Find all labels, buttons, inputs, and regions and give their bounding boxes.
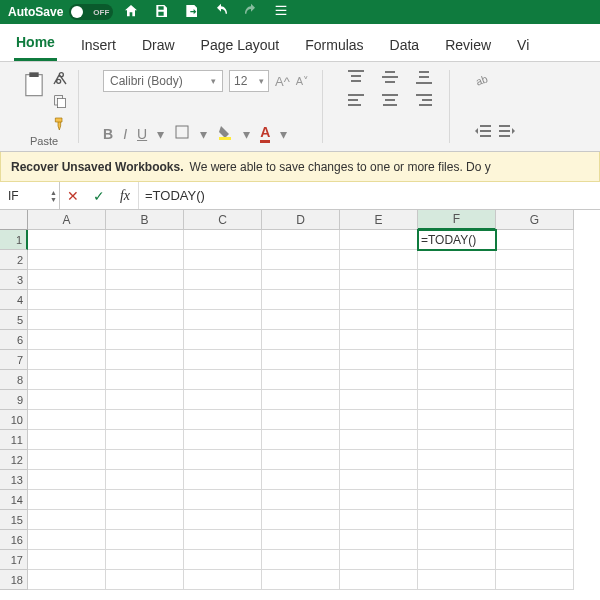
- cell-C8[interactable]: [184, 370, 262, 390]
- cell-G8[interactable]: [496, 370, 574, 390]
- row-header-12[interactable]: 12: [0, 450, 28, 470]
- cell-E4[interactable]: [340, 290, 418, 310]
- cell-C6[interactable]: [184, 330, 262, 350]
- cell-A12[interactable]: [28, 450, 106, 470]
- cell-F1[interactable]: =TODAY(): [418, 230, 496, 250]
- tab-page-layout[interactable]: Page Layout: [199, 37, 282, 61]
- customize-icon[interactable]: [273, 3, 289, 22]
- col-header-A[interactable]: A: [28, 210, 106, 230]
- cell-D1[interactable]: [262, 230, 340, 250]
- cell-C10[interactable]: [184, 410, 262, 430]
- cell-D8[interactable]: [262, 370, 340, 390]
- tab-vi[interactable]: Vi: [515, 37, 531, 61]
- row-header-8[interactable]: 8: [0, 370, 28, 390]
- col-header-E[interactable]: E: [340, 210, 418, 230]
- cell-E3[interactable]: [340, 270, 418, 290]
- cell-G6[interactable]: [496, 330, 574, 350]
- cell-C14[interactable]: [184, 490, 262, 510]
- cell-F5[interactable]: [418, 310, 496, 330]
- cell-G5[interactable]: [496, 310, 574, 330]
- autosave-toggle[interactable]: OFF: [69, 4, 113, 20]
- cell-B15[interactable]: [106, 510, 184, 530]
- cell-A14[interactable]: [28, 490, 106, 510]
- cell-B8[interactable]: [106, 370, 184, 390]
- cell-B4[interactable]: [106, 290, 184, 310]
- row-header-11[interactable]: 11: [0, 430, 28, 450]
- align-right-icon[interactable]: [415, 93, 439, 110]
- cell-D5[interactable]: [262, 310, 340, 330]
- row-header-15[interactable]: 15: [0, 510, 28, 530]
- cell-E1[interactable]: [340, 230, 418, 250]
- cell-A2[interactable]: [28, 250, 106, 270]
- cell-C13[interactable]: [184, 470, 262, 490]
- row-header-1[interactable]: 1: [0, 230, 28, 250]
- font-name-select[interactable]: Calibri (Body)▾: [103, 70, 223, 92]
- save-icon[interactable]: [153, 3, 169, 22]
- row-header-4[interactable]: 4: [0, 290, 28, 310]
- cell-F9[interactable]: [418, 390, 496, 410]
- cell-A7[interactable]: [28, 350, 106, 370]
- cell-B10[interactable]: [106, 410, 184, 430]
- row-header-7[interactable]: 7: [0, 350, 28, 370]
- cell-G2[interactable]: [496, 250, 574, 270]
- cell-A18[interactable]: [28, 570, 106, 590]
- cell-F12[interactable]: [418, 450, 496, 470]
- underline-button[interactable]: U: [137, 126, 147, 142]
- cell-E18[interactable]: [340, 570, 418, 590]
- paste-button[interactable]: [20, 70, 48, 135]
- copy-icon[interactable]: [52, 93, 68, 112]
- cell-A15[interactable]: [28, 510, 106, 530]
- tab-data[interactable]: Data: [388, 37, 422, 61]
- cell-A16[interactable]: [28, 530, 106, 550]
- cell-E12[interactable]: [340, 450, 418, 470]
- cell-B11[interactable]: [106, 430, 184, 450]
- cell-E11[interactable]: [340, 430, 418, 450]
- enter-icon[interactable]: ✓: [86, 188, 112, 204]
- cell-A6[interactable]: [28, 330, 106, 350]
- cell-A4[interactable]: [28, 290, 106, 310]
- cell-F4[interactable]: [418, 290, 496, 310]
- cell-C18[interactable]: [184, 570, 262, 590]
- cell-C15[interactable]: [184, 510, 262, 530]
- italic-button[interactable]: I: [123, 126, 127, 142]
- cell-G9[interactable]: [496, 390, 574, 410]
- cell-A8[interactable]: [28, 370, 106, 390]
- cell-B3[interactable]: [106, 270, 184, 290]
- cell-F11[interactable]: [418, 430, 496, 450]
- cell-G12[interactable]: [496, 450, 574, 470]
- align-center-icon[interactable]: [381, 93, 405, 110]
- cell-D11[interactable]: [262, 430, 340, 450]
- cell-G3[interactable]: [496, 270, 574, 290]
- cell-D7[interactable]: [262, 350, 340, 370]
- decrease-font-icon[interactable]: A˅: [296, 75, 309, 88]
- cell-B13[interactable]: [106, 470, 184, 490]
- row-header-16[interactable]: 16: [0, 530, 28, 550]
- recover-bar[interactable]: Recover Unsaved Workbooks. We were able …: [0, 152, 600, 182]
- row-header-18[interactable]: 18: [0, 570, 28, 590]
- cell-F14[interactable]: [418, 490, 496, 510]
- cell-B18[interactable]: [106, 570, 184, 590]
- cell-B14[interactable]: [106, 490, 184, 510]
- decrease-indent-icon[interactable]: [474, 122, 492, 143]
- cell-B12[interactable]: [106, 450, 184, 470]
- col-header-F[interactable]: F: [418, 210, 496, 230]
- cell-F13[interactable]: [418, 470, 496, 490]
- align-left-icon[interactable]: [347, 93, 371, 110]
- borders-icon[interactable]: [174, 124, 190, 143]
- cell-F3[interactable]: [418, 270, 496, 290]
- cell-C7[interactable]: [184, 350, 262, 370]
- cell-D10[interactable]: [262, 410, 340, 430]
- cell-A5[interactable]: [28, 310, 106, 330]
- cell-G14[interactable]: [496, 490, 574, 510]
- col-header-D[interactable]: D: [262, 210, 340, 230]
- cell-grid[interactable]: ABCDEFG1=TODAY()234567891011121314151617…: [0, 210, 600, 590]
- cell-F15[interactable]: [418, 510, 496, 530]
- name-box-stepper[interactable]: ▲▼: [50, 189, 57, 203]
- save-as-icon[interactable]: [183, 3, 199, 22]
- cell-A1[interactable]: [28, 230, 106, 250]
- undo-icon[interactable]: [213, 3, 229, 22]
- name-box[interactable]: IF ▲▼: [0, 182, 60, 209]
- cell-D17[interactable]: [262, 550, 340, 570]
- cell-C9[interactable]: [184, 390, 262, 410]
- cell-D15[interactable]: [262, 510, 340, 530]
